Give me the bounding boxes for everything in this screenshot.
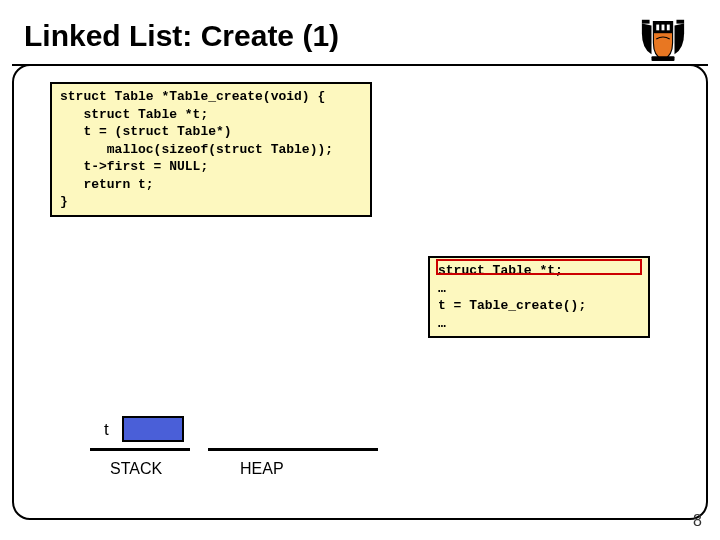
svg-rect-5 [651, 56, 674, 61]
stack-divider [90, 448, 190, 451]
svg-rect-1 [676, 20, 684, 24]
svg-rect-3 [662, 25, 665, 31]
var-t-box [122, 416, 184, 442]
heap-divider [208, 448, 378, 451]
princeton-shield-icon [634, 14, 692, 62]
var-t-label: t [104, 420, 109, 440]
slide-title: Linked List: Create (1) [24, 19, 339, 53]
svg-rect-4 [667, 25, 670, 31]
code-block-function: struct Table *Table_create(void) { struc… [50, 82, 372, 217]
svg-rect-0 [642, 20, 650, 24]
heap-label: HEAP [240, 460, 284, 478]
stack-label: STACK [110, 460, 162, 478]
highlight-box [436, 259, 642, 275]
memory-diagram: t STACK HEAP [90, 418, 450, 498]
title-bar: Linked List: Create (1) [12, 8, 708, 66]
svg-rect-2 [656, 25, 659, 31]
page-number: 8 [693, 512, 702, 530]
